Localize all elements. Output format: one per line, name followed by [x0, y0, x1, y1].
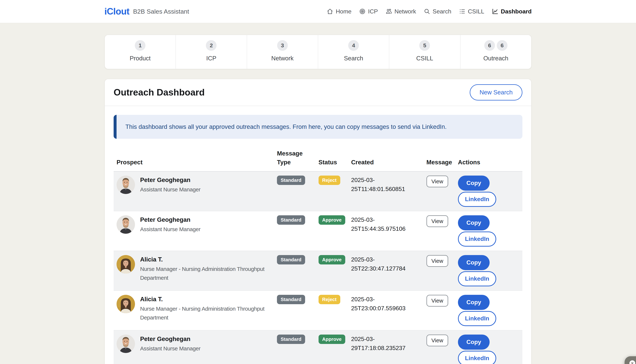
nav-label: CSILL [468, 8, 484, 15]
nav-label: Dashboard [501, 8, 532, 15]
status-badge: Reject [319, 176, 340, 185]
brand-logo[interactable]: iClout [104, 6, 130, 17]
status-badge: Reject [319, 295, 340, 304]
nav-item-dashboard[interactable]: Dashboard [492, 8, 532, 15]
prospect-name: Peter Geoghegan [140, 176, 201, 184]
nav-item-icp[interactable]: ICP [359, 8, 378, 15]
list-icon [459, 8, 466, 15]
people-icon [385, 8, 392, 15]
step-label: Product [105, 55, 176, 62]
linkedin-button[interactable]: LinkedIn [458, 271, 496, 286]
table-row: Peter Geoghegan Assistant Nurse Manager … [114, 330, 522, 364]
message-type-badge: Standard [277, 215, 305, 225]
table-row: Peter Geoghegan Assistant Nurse Manager … [114, 171, 522, 211]
col-header-message: Message [423, 145, 455, 171]
created-timestamp: 2025-03-29T17:18:08.235237 [348, 330, 423, 364]
linkedin-button[interactable]: LinkedIn [458, 311, 496, 326]
avatar [117, 215, 135, 234]
linkedin-button[interactable]: LinkedIn [458, 192, 496, 207]
nav-label: Network [394, 8, 416, 15]
step-search[interactable]: 4 Search [318, 35, 389, 69]
prospect-name: Alicia T. [140, 295, 271, 304]
prospect-title: Nurse Manager - Nursing Administration T… [140, 265, 271, 282]
avatar [117, 295, 135, 313]
search-icon [423, 8, 430, 15]
brand-subtitle: B2B Sales Assistant [133, 8, 189, 15]
status-badge: Approve [319, 255, 345, 264]
copy-button[interactable]: Copy [458, 295, 490, 310]
created-timestamp: 2025-03-25T22:30:47.127784 [348, 251, 423, 290]
nav-label: Home [336, 8, 351, 15]
message-type-badge: Standard [277, 176, 305, 185]
table-row: Peter Geoghegan Assistant Nurse Manager … [114, 211, 522, 251]
step-outreach[interactable]: 66 Outreach [460, 35, 531, 69]
created-timestamp: 2025-03-25T15:44:35.975106 [348, 211, 423, 251]
table-row: Alicia T. Nurse Manager - Nursing Admini… [114, 290, 522, 330]
nav-item-network[interactable]: Network [385, 8, 416, 15]
created-timestamp: 2025-03-25T11:48:01.560851 [348, 171, 423, 211]
copy-button[interactable]: Copy [458, 255, 490, 270]
linkedin-button[interactable]: LinkedIn [458, 232, 496, 246]
created-timestamp: 2025-03-25T23:00:07.559603 [348, 290, 423, 330]
nav-item-search[interactable]: Search [423, 8, 451, 15]
view-button[interactable]: View [426, 176, 448, 187]
step-number: 6 [484, 40, 495, 51]
col-header-actions: Actions [455, 145, 522, 171]
step-number: 2 [206, 40, 217, 51]
card-header: Outreach Dashboard New Search [105, 79, 531, 106]
step-icp[interactable]: 2 ICP [176, 35, 247, 69]
table-body: Peter Geoghegan Assistant Nurse Manager … [114, 171, 522, 364]
status-badge: Approve [319, 215, 345, 225]
message-type-badge: Standard [277, 334, 305, 344]
step-number: 5 [419, 40, 430, 51]
toast-notification: ✕ [624, 356, 636, 364]
prospect-name: Peter Geoghegan [140, 334, 201, 344]
prospect-title: Assistant Nurse Manager [140, 225, 201, 234]
close-icon[interactable]: ✕ [629, 360, 635, 364]
step-number: 1 [135, 40, 146, 51]
status-badge: Approve [319, 334, 345, 344]
prospect-name: Alicia T. [140, 255, 271, 264]
avatar [117, 176, 135, 194]
view-button[interactable]: View [426, 215, 448, 227]
step-label: Search [318, 55, 389, 62]
dashboard-card: Outreach Dashboard New Search This dashb… [104, 79, 532, 364]
step-label: Network [247, 55, 318, 62]
linkedin-button[interactable]: LinkedIn [458, 351, 496, 364]
nav-item-csill[interactable]: CSILL [459, 8, 484, 15]
step-number: 4 [348, 40, 359, 51]
step-number: 6 [497, 40, 507, 51]
copy-button[interactable]: Copy [458, 334, 490, 350]
avatar [117, 255, 135, 274]
step-number: 3 [277, 40, 288, 51]
step-product[interactable]: 1 Product [105, 35, 176, 69]
nav-label: Search [433, 8, 451, 15]
info-banner: This dashboard shows all your approved o… [114, 115, 522, 139]
nav-label: ICP [368, 8, 378, 15]
page-title: Outreach Dashboard [114, 87, 205, 98]
message-type-badge: Standard [277, 255, 305, 264]
copy-button[interactable]: Copy [458, 215, 490, 230]
view-button[interactable]: View [426, 255, 448, 267]
prospect-title: Nurse Manager - Nursing Administration T… [140, 304, 271, 322]
new-search-button[interactable]: New Search [470, 84, 522, 100]
home-icon [326, 8, 333, 15]
view-button[interactable]: View [426, 295, 448, 306]
target-icon [359, 8, 366, 15]
wizard-stepper: 1 Product 2 ICP 3 Network 4 Search 5 CSI… [104, 34, 532, 69]
nav-item-home[interactable]: Home [326, 8, 351, 15]
avatar [117, 334, 135, 353]
step-csill[interactable]: 5 CSILL [389, 35, 460, 69]
col-header-status: Status [316, 145, 348, 171]
outreach-table: Prospect Message Type Status Created Mes… [114, 145, 522, 364]
top-navbar: iClout B2B Sales Assistant Home ICP Netw… [0, 0, 636, 23]
prospect-title: Assistant Nurse Manager [140, 344, 201, 353]
view-button[interactable]: View [426, 334, 448, 346]
prospect-name: Peter Geoghegan [140, 215, 201, 224]
chart-icon [492, 8, 499, 15]
col-header-created: Created [348, 145, 423, 171]
step-label: Outreach [460, 55, 531, 62]
step-network[interactable]: 3 Network [247, 35, 318, 69]
copy-button[interactable]: Copy [458, 176, 490, 191]
message-type-badge: Standard [277, 295, 305, 304]
